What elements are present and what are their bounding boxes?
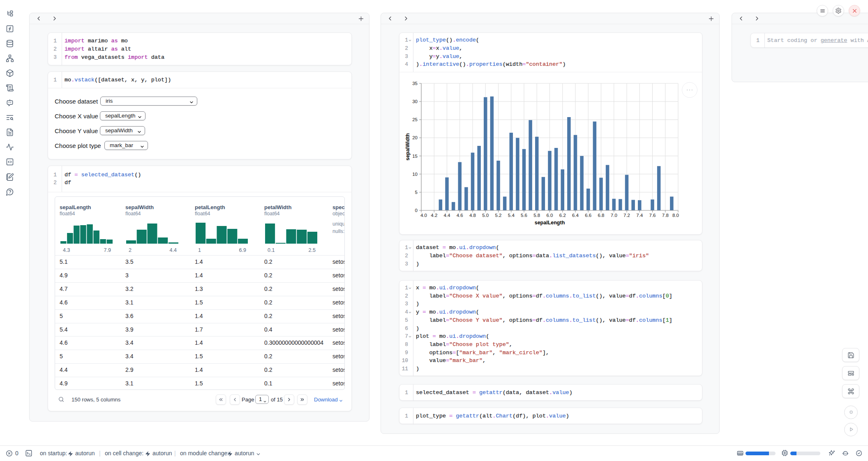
svg-text:8.0: 8.0 [672,213,679,218]
svg-text:5.6: 5.6 [521,213,527,218]
svg-text:0: 0 [415,208,418,213]
svg-text:6.6: 6.6 [585,213,591,218]
svg-text:25: 25 [412,117,418,122]
svg-text:30: 30 [412,99,418,104]
svg-text:5.8: 5.8 [533,213,540,218]
svg-text:6.8: 6.8 [598,213,605,218]
svg-text:5.0: 5.0 [482,213,489,218]
svg-text:4.4: 4.4 [444,213,451,218]
svg-text:6.4: 6.4 [572,213,579,218]
svg-text:35: 35 [412,81,418,86]
svg-text:5.2: 5.2 [495,213,502,218]
svg-text:6.2: 6.2 [559,213,566,218]
svg-text:7.4: 7.4 [636,213,643,218]
svg-text:4.6: 4.6 [457,213,463,218]
svg-text:15: 15 [412,154,418,159]
svg-text:7.0: 7.0 [611,213,617,218]
svg-text:sepalWidth: sepalWidth [405,133,411,161]
svg-text:7.2: 7.2 [623,213,630,218]
svg-text:7.6: 7.6 [649,213,656,218]
svg-text:4.8: 4.8 [469,213,476,218]
svg-text:7.8: 7.8 [662,213,669,218]
svg-text:6.0: 6.0 [547,213,553,218]
svg-text:5.4: 5.4 [508,213,515,218]
svg-text:sepalLength: sepalLength [535,220,565,226]
svg-text:4.0: 4.0 [420,213,427,218]
svg-text:20: 20 [412,136,418,141]
svg-text:4.2: 4.2 [431,213,437,218]
svg-text:10: 10 [412,172,418,177]
svg-text:5: 5 [415,190,418,195]
